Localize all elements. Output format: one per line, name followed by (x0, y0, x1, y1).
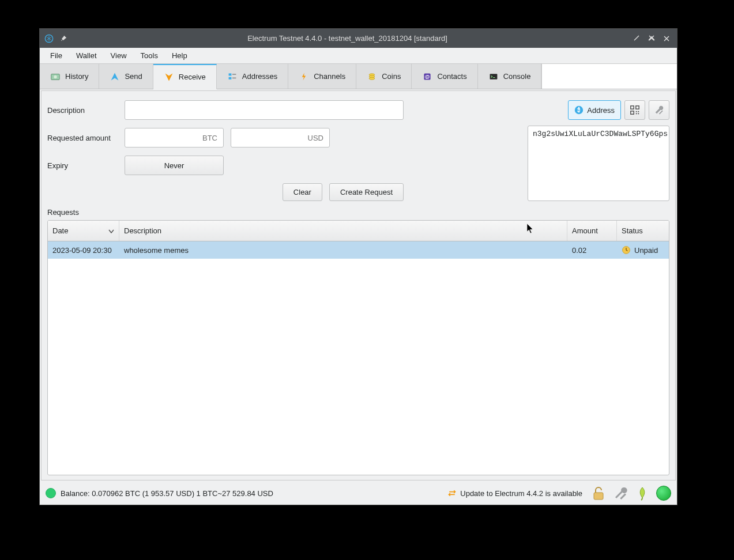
minimize-button[interactable] (631, 33, 642, 44)
svg-rect-18 (631, 111, 634, 114)
window-title: Electrum Testnet 4.4.0 - testnet_wallet_… (67, 34, 627, 43)
svg-rect-16 (631, 106, 634, 109)
svg-text:₿: ₿ (577, 107, 580, 113)
update-icon (447, 489, 457, 498)
qr-button[interactable] (624, 100, 645, 120)
svg-rect-5 (232, 74, 236, 75)
wrench-icon (654, 105, 664, 115)
tabbar: History Send Receive Addresses Channels … (40, 63, 677, 89)
receive-panel: Description Requested amount Expiry Neve… (41, 90, 676, 480)
tab-coins[interactable]: Coins (356, 64, 412, 89)
tab-label: History (65, 72, 88, 81)
tab-label: Channels (314, 72, 345, 81)
addresses-icon (227, 71, 238, 82)
svg-rect-12 (490, 74, 497, 80)
menu-help[interactable]: Help (165, 49, 194, 62)
preferences-icon[interactable] (612, 485, 628, 501)
pin-icon[interactable] (59, 35, 67, 43)
network-icon[interactable] (656, 486, 671, 501)
statusbar: Balance: 0.070962 BTC (1 953.57 USD) 1 B… (40, 482, 677, 505)
table-row[interactable]: 2023-05-09 20:30 wholesome memes 0.02 Un… (48, 241, 669, 259)
console-icon (488, 71, 499, 82)
balance-text: Balance: 0.070962 BTC (1 953.57 USD) 1 B… (61, 489, 273, 498)
btc-amount-input[interactable] (125, 128, 224, 147)
qr-icon (630, 105, 640, 115)
address-toggle-button[interactable]: ₿ Address (568, 100, 621, 120)
connection-status-icon[interactable] (46, 488, 56, 498)
lock-icon[interactable] (590, 485, 607, 501)
cell-date: 2023-05-09 20:30 (48, 246, 119, 255)
channels-icon (299, 71, 309, 82)
svg-rect-21 (636, 113, 637, 114)
requests-label: Requests (47, 208, 669, 217)
tab-label: Send (125, 72, 142, 81)
svg-point-9 (369, 77, 375, 80)
tab-label: Contacts (437, 72, 466, 81)
tab-label: Addresses (242, 72, 277, 81)
cell-description: wholesome memes (119, 246, 567, 255)
svg-rect-22 (638, 113, 639, 114)
address-display[interactable]: n3g2sUwiXLuLaUrC3DWawLSPTy6Gps (528, 126, 669, 201)
clock-icon (622, 245, 631, 255)
menu-wallet[interactable]: Wallet (69, 49, 104, 62)
titlebar: Electrum Testnet 4.4.0 - testnet_wallet_… (40, 29, 677, 48)
tab-label: Console (503, 72, 531, 81)
bitcoin-icon: ₿ (574, 105, 584, 115)
requests-table: Date Description Amount Status 2023-05-0… (47, 220, 669, 475)
cell-amount: 0.02 (567, 246, 617, 255)
maximize-button[interactable] (646, 33, 657, 44)
clear-button[interactable]: Clear (283, 183, 322, 201)
contacts-icon: @ (422, 71, 432, 82)
tab-label: Coins (382, 72, 401, 81)
svg-rect-25 (594, 493, 603, 500)
seed-icon[interactable] (634, 485, 650, 501)
receive-icon (164, 72, 174, 82)
menu-tools[interactable]: Tools (134, 49, 165, 62)
update-text[interactable]: Update to Electrum 4.4.2 is available (460, 489, 582, 498)
history-icon (50, 71, 61, 82)
svg-rect-6 (232, 77, 236, 78)
send-icon (110, 71, 120, 82)
tab-receive[interactable]: Receive (153, 64, 217, 89)
app-icon (44, 34, 54, 43)
create-request-button[interactable]: Create Request (329, 183, 404, 201)
description-input[interactable] (125, 100, 404, 120)
tab-send[interactable]: Send (99, 64, 153, 89)
tab-addresses[interactable]: Addresses (217, 64, 288, 89)
svg-rect-20 (638, 111, 639, 112)
tab-label: Receive (179, 73, 206, 81)
col-amount[interactable]: Amount (567, 221, 617, 241)
tools-button[interactable] (649, 100, 669, 120)
expiry-dropdown[interactable]: Never (125, 156, 224, 175)
menu-file[interactable]: File (43, 49, 69, 62)
coins-icon (367, 71, 377, 82)
menubar: File Wallet View Tools Help (40, 48, 677, 63)
amount-label: Requested amount (47, 134, 125, 142)
col-date[interactable]: Date (48, 221, 119, 241)
svg-rect-19 (636, 111, 637, 112)
tab-history[interactable]: History (40, 64, 99, 89)
svg-rect-17 (636, 106, 639, 109)
col-description[interactable]: Description (119, 221, 567, 241)
table-header: Date Description Amount Status (48, 221, 669, 241)
tab-channels[interactable]: Channels (288, 64, 356, 89)
svg-text:@: @ (425, 74, 430, 80)
usd-amount-input[interactable] (231, 128, 330, 147)
expiry-label: Expiry (47, 161, 125, 170)
tab-console[interactable]: Console (478, 64, 542, 89)
address-button-label: Address (587, 106, 615, 115)
close-button[interactable] (661, 33, 672, 44)
svg-rect-26 (620, 493, 626, 500)
svg-point-2 (54, 75, 57, 78)
svg-rect-3 (228, 73, 231, 75)
tab-contacts[interactable]: @ Contacts (412, 64, 477, 89)
svg-rect-4 (228, 77, 231, 79)
cell-status: Unpaid (617, 245, 669, 255)
sort-desc-icon (108, 228, 114, 234)
col-status[interactable]: Status (617, 221, 669, 241)
app-window: Electrum Testnet 4.4.0 - testnet_wallet_… (39, 28, 677, 505)
menu-view[interactable]: View (104, 49, 134, 62)
description-label: Description (47, 106, 125, 115)
